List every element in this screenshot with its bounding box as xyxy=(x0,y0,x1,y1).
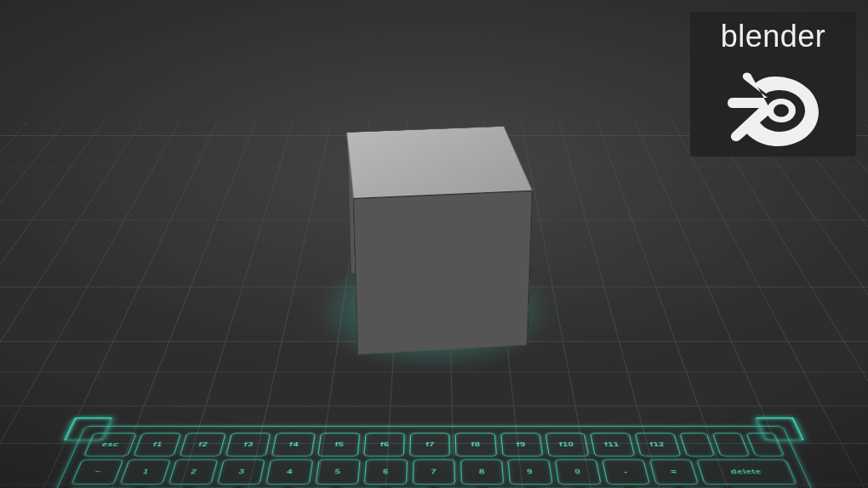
keyboard-row: escF1F2F3F4F5F6F7F8F9F10F11F12 xyxy=(83,433,785,456)
default-cube[interactable] xyxy=(348,198,530,279)
key-f9[interactable]: F9 xyxy=(500,433,543,456)
holographic-keyboard: escF1F2F3F4F5F6F7F8F9F10F11F12~123456789… xyxy=(0,424,868,488)
keyboard-row: ~1234567890-=delete xyxy=(71,460,797,485)
key-5[interactable]: 5 xyxy=(315,460,360,485)
key-f3[interactable]: F3 xyxy=(226,433,271,456)
key-2[interactable]: 2 xyxy=(168,460,218,485)
key-6[interactable]: 6 xyxy=(363,460,407,485)
cube-face-left xyxy=(353,190,533,355)
viewport-scene: escF1F2F3F4F5F6F7F8F9F10F11F12~123456789… xyxy=(0,0,868,488)
key-f4[interactable]: F4 xyxy=(271,433,316,456)
key-f7[interactable]: F7 xyxy=(410,433,451,456)
key-8[interactable]: 8 xyxy=(460,460,504,485)
key-4[interactable]: 4 xyxy=(266,460,313,485)
key-1[interactable]: 1 xyxy=(120,460,171,485)
keyboard-frame: escF1F2F3F4F5F6F7F8F9F10F11F12~123456789… xyxy=(0,426,868,488)
logo-wordmark: blender xyxy=(721,19,826,54)
cube-face-top xyxy=(346,127,533,199)
key-[interactable]: ~ xyxy=(71,460,124,485)
blender-logo: blender xyxy=(690,12,856,156)
svg-point-10 xyxy=(774,105,789,117)
key-blank[interactable] xyxy=(712,433,750,456)
key-[interactable]: - xyxy=(602,460,651,485)
key-esc[interactable]: esc xyxy=(83,433,137,456)
key-3[interactable]: 3 xyxy=(217,460,266,485)
key-f12[interactable]: F12 xyxy=(634,433,681,456)
key-blank[interactable] xyxy=(679,433,716,456)
key-delete[interactable]: delete xyxy=(697,460,797,485)
key-f10[interactable]: F10 xyxy=(545,433,588,456)
key-blank[interactable] xyxy=(746,433,785,456)
key-f6[interactable]: F6 xyxy=(364,433,406,456)
key-f11[interactable]: F11 xyxy=(590,433,635,456)
key-f8[interactable]: F8 xyxy=(455,433,496,456)
key-9[interactable]: 9 xyxy=(507,460,552,485)
blender-icon xyxy=(718,54,829,148)
key-f2[interactable]: F2 xyxy=(180,433,226,456)
key-f5[interactable]: F5 xyxy=(317,433,360,456)
key-f1[interactable]: F1 xyxy=(134,433,181,456)
key-7[interactable]: 7 xyxy=(413,460,455,485)
key-0[interactable]: 0 xyxy=(555,460,602,485)
key-[interactable]: = xyxy=(649,460,699,485)
